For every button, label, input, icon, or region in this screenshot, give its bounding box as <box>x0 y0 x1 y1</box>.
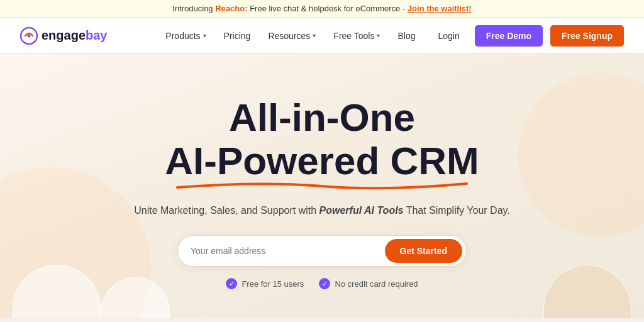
trust-badges: ✓ Free for 15 users ✓ No credit card req… <box>226 278 418 289</box>
announcement-bar: Introducing Reacho: Free live chat & hel… <box>0 0 644 18</box>
hero-subtitle: Unite Marketing, Sales, and Support with… <box>134 205 510 216</box>
chevron-down-icon: ▾ <box>313 32 316 39</box>
announcement-prefix: Introducing <box>172 4 215 13</box>
nav-item-pricing[interactable]: Pricing <box>224 31 251 41</box>
free-demo-button[interactable]: Free Demo <box>475 25 543 47</box>
bottom-decorative-circles <box>0 268 644 318</box>
hero-section: All-in-One AI-Powered CRM Unite Marketin… <box>0 54 644 318</box>
announcement-message: Free live chat & helpdesk for eCommerce … <box>250 4 408 13</box>
login-button[interactable]: Login <box>430 26 467 46</box>
svg-point-1 <box>28 34 31 37</box>
check-icon-2: ✓ <box>319 278 330 289</box>
title-underline <box>171 180 473 191</box>
nav-actions: Login Free Demo Free Signup <box>430 25 624 47</box>
bottom-circle-right <box>543 265 631 318</box>
get-started-button[interactable]: Get Started <box>385 239 462 263</box>
chevron-down-icon: ▾ <box>203 32 206 39</box>
announcement-brand-link[interactable]: Reacho: <box>215 4 247 13</box>
nav-item-blog[interactable]: Blog <box>397 31 415 41</box>
check-icon-1: ✓ <box>226 278 237 289</box>
nav-item-products[interactable]: Products ▾ <box>165 31 206 41</box>
navbar: engagebay Products ▾ Pricing Resources ▾… <box>0 18 644 54</box>
bottom-circle-center-left <box>101 277 170 318</box>
bottom-circle-left <box>13 265 101 318</box>
nav-links: Products ▾ Pricing Resources ▾ Free Tool… <box>165 31 415 41</box>
logo-text: engagebay <box>42 28 108 43</box>
free-signup-button[interactable]: Free Signup <box>550 25 624 47</box>
nav-item-free-tools[interactable]: Free Tools ▾ <box>333 31 380 41</box>
logo[interactable]: engagebay <box>20 27 108 45</box>
logo-icon <box>20 27 38 45</box>
chevron-down-icon: ▾ <box>377 32 380 39</box>
trust-badge-free-users: ✓ Free for 15 users <box>226 278 304 289</box>
hero-title: All-in-One AI-Powered CRM <box>165 96 479 188</box>
waitlist-link[interactable]: Join the waitlist! <box>408 4 472 13</box>
nav-item-resources[interactable]: Resources ▾ <box>268 31 316 41</box>
trust-badge-no-credit-card: ✓ No credit card required <box>319 278 418 289</box>
email-input[interactable] <box>191 246 385 256</box>
email-form: Get Started <box>177 235 467 267</box>
